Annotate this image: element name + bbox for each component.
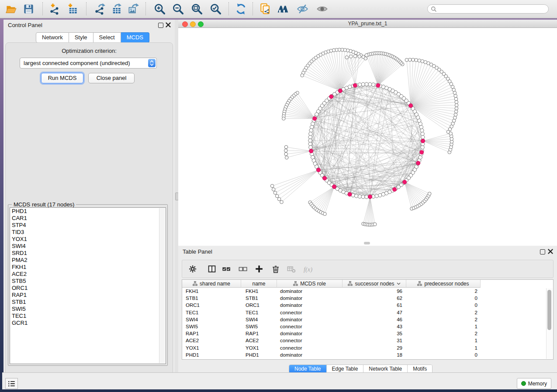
export-network-icon[interactable] [94,3,106,15]
table-cell: 0 [406,352,481,358]
search-input[interactable] [427,4,549,14]
column-header-successor-nodes[interactable]: successor nodes [343,280,406,288]
result-list-item[interactable]: CAR1 [10,215,166,222]
close-table-panel-icon[interactable] [548,249,553,254]
result-list-item[interactable]: SRD1 [10,250,166,257]
result-list-item[interactable]: PMA2 [10,257,166,264]
table-cell: RAP1 [241,331,277,336]
table-row[interactable]: SWI5SWI5connector431 [182,323,553,330]
function-builder-icon[interactable]: f(x) [303,265,313,274]
table-row[interactable]: STB1STB1dominator620 [182,295,553,302]
table-vscrollbar[interactable] [546,288,553,359]
float-table-panel-icon[interactable] [540,249,545,254]
delete-column-icon[interactable] [271,265,281,274]
toolbar-separator [86,2,86,15]
import-network-icon[interactable] [49,3,61,15]
result-list-item[interactable]: PHD1 [10,208,166,215]
table-cell: SWI5 [241,324,277,329]
close-panel-button[interactable]: Close panel [88,73,135,83]
table-cell: dominator [277,352,343,358]
result-list-item[interactable]: GCR1 [10,320,166,327]
result-list-item[interactable]: ORC1 [10,285,166,292]
table-row[interactable]: PHD1PHD1dominator180 [182,351,553,358]
table-row[interactable]: TEC1TEC1connector472 [182,309,553,316]
network-graph[interactable] [178,28,557,246]
share-document-icon[interactable] [259,3,271,15]
close-panel-icon[interactable] [166,22,171,28]
zoom-selected-icon[interactable] [210,3,221,15]
table-row[interactable]: ORC1ORC1dominator610 [182,302,553,309]
select-stepper-icon [148,59,156,67]
fan-nodes[interactable] [270,48,458,226]
tab-mcds[interactable]: MCDS [121,32,149,43]
table-cell: 1 [406,338,481,343]
unselect-all-icon[interactable] [239,265,248,274]
result-list-item[interactable]: SWI4 [10,243,166,250]
result-list-item[interactable]: FKH1 [10,264,166,271]
select-all-icon[interactable] [222,265,232,274]
run-mcds-button[interactable]: Run MCDS [41,73,83,83]
hide-columns-icon[interactable] [287,265,296,274]
status-bar: Memory [2,372,557,389]
tab-network[interactable]: Network [36,32,69,43]
hide-style-eye-icon[interactable] [297,3,308,15]
table-cell: 2 [406,317,481,322]
vertical-splitter[interactable] [175,20,178,372]
table-cell: SWI4 [182,317,241,322]
network-window-titlebar[interactable]: YPA_prune.txt_1 [178,20,557,28]
refresh-icon[interactable] [235,3,247,15]
table-row[interactable]: SWI4SWI4dominator462 [182,316,553,323]
network-canvas[interactable] [178,28,557,246]
column-header-name[interactable]: name [241,280,277,288]
result-list-item[interactable]: YOX1 [10,236,166,243]
table-cell: 2 [406,310,481,315]
result-list-scrollbar[interactable] [159,208,165,363]
show-panels-button[interactable] [5,378,18,389]
export-table-icon[interactable] [110,3,122,15]
result-list-item[interactable]: SWI5 [10,306,166,313]
column-header-MCDS-role[interactable]: MCDS role [277,280,343,288]
result-list-item[interactable]: STB1 [10,299,166,306]
open-session-icon[interactable] [5,3,17,15]
table-row[interactable]: ACE2ACE2connector311 [182,337,553,344]
columns-icon[interactable] [208,265,217,274]
result-list-item[interactable]: ACE2 [10,271,166,278]
float-panel-icon[interactable] [158,23,163,28]
create-column-icon[interactable] [255,265,264,274]
column-source-tree-icon [293,281,298,286]
tab-select[interactable]: Select [93,32,121,43]
zoom-in-icon[interactable] [154,3,166,15]
table-vscrollbar-thumb[interactable] [547,290,551,330]
table-cell: dominator [277,317,343,322]
result-list-item[interactable]: TID3 [10,229,166,236]
import-table-icon[interactable] [66,3,78,15]
result-list-item[interactable]: STP4 [10,222,166,229]
column-header-predecessor-nodes[interactable]: predecessor nodes [406,280,481,288]
table-row[interactable]: YOX1YOX1connector291 [182,344,553,351]
settings-gear-icon[interactable] [188,265,198,274]
criterion-select[interactable]: largest connected component (undirected) [20,58,157,69]
export-image-icon[interactable] [128,3,139,15]
control-panel-tab-bar: NetworkStyleSelectMCDS [36,32,149,42]
result-list-item[interactable]: STB5 [10,278,166,285]
table-cell: connector [277,338,343,343]
svg-text:f(x): f(x) [304,266,312,273]
result-list-item[interactable]: RAP1 [10,292,166,299]
zoom-fit-icon[interactable] [191,3,203,15]
table-row[interactable]: RAP1RAP1dominator352 [182,330,553,337]
column-header-label: name [252,281,265,287]
save-session-icon[interactable] [23,3,35,15]
column-header-shared-name[interactable]: shared name [182,280,241,288]
zoom-out-icon[interactable] [172,3,184,15]
result-list-item[interactable]: TEC1 [10,313,166,320]
first-neighbors-icon[interactable] [277,3,289,15]
show-eye-icon[interactable] [316,3,328,15]
mcds-result-list[interactable]: PHD1CAR1STP4TID3YOX1SWI4SRD1PMA2FKH1ACE2… [10,207,166,364]
memory-label: Memory [528,381,547,387]
column-header-label: predecessor nodes [424,281,469,287]
mcds-result-group: MCDS result (17 nodes) PHD1CAR1STP4TID3Y… [8,204,168,366]
network-hscrollbar-thumb[interactable] [364,242,370,244]
table-row[interactable]: FKH1FKH1dominator962 [182,288,553,295]
tab-style[interactable]: Style [69,32,93,43]
memory-button[interactable]: Memory [517,378,551,389]
